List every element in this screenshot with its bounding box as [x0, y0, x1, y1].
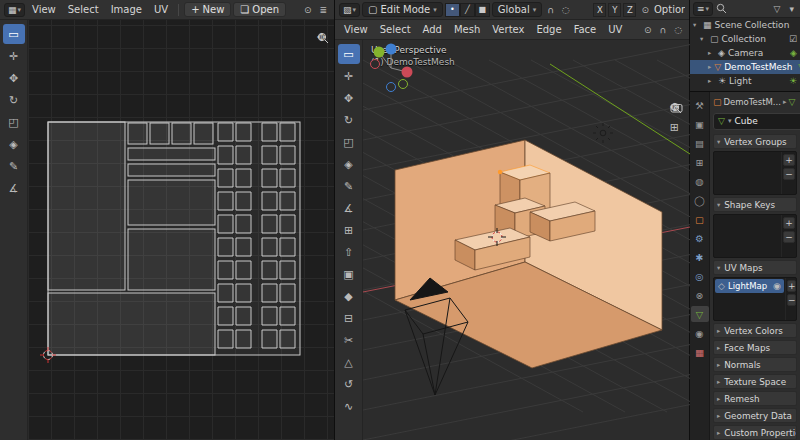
gizmo-z-neg[interactable]	[387, 83, 396, 92]
vp-tool-loop-cut[interactable]: ⊟	[338, 308, 360, 328]
vertex-groups-list[interactable]: + −	[713, 151, 797, 195]
uv-canvas[interactable]: ✥	[28, 20, 334, 440]
panel-header-shape-keys[interactable]: ▾ Shape Keys	[713, 197, 797, 212]
uv-tool-rotate[interactable]: ↻	[3, 90, 25, 110]
properties-tab-render[interactable]: ▣	[691, 116, 709, 132]
light-data-icon[interactable]: ☀	[789, 76, 797, 86]
vp-tool-cursor[interactable]: ✛	[338, 66, 360, 86]
zoom-icon[interactable]	[317, 32, 329, 44]
panel-header-texture-space[interactable]: ▸ Texture Space	[713, 374, 797, 389]
uv-menu-select[interactable]: Select	[63, 3, 104, 16]
face-select-mode-button[interactable]: ■	[475, 3, 490, 17]
display-mode-icon[interactable]: ▾	[786, 4, 797, 14]
gizmo-x-axis[interactable]	[402, 67, 413, 78]
open-image-button[interactable]: ❏ Open	[233, 2, 286, 17]
vp-tool-inset-faces[interactable]: ▣	[338, 264, 360, 284]
uv-tool-select-box[interactable]: ▭	[3, 24, 25, 44]
vp-tool-select-box[interactable]: ▭	[338, 44, 360, 64]
search-icon[interactable]	[716, 3, 727, 14]
remove-uv-map-button[interactable]: −	[787, 294, 797, 306]
options-dropdown[interactable]: Options	[654, 4, 685, 15]
uv-maps-list[interactable]: ◇ LightMap ◉ + −	[713, 277, 797, 321]
snap-magnet-icon[interactable]: ∩	[657, 25, 670, 35]
vp-menu-edge[interactable]: Edge	[531, 23, 566, 36]
snap-magnet-icon[interactable]: ∩	[544, 5, 557, 15]
expand-caret-icon[interactable]: ▾	[700, 35, 707, 43]
camera-render-icon[interactable]: ◉	[773, 281, 781, 291]
add-vertex-group-button[interactable]: +	[783, 154, 795, 166]
editor-type-uv-button[interactable]: ▦ ▾	[4, 3, 25, 17]
uv-islands[interactable]	[48, 122, 300, 355]
uv-tool-annotate[interactable]: ✎	[3, 156, 25, 176]
uv-tool-scale[interactable]: ◰	[3, 112, 25, 132]
panel-header-vertex-groups[interactable]: ▾ Vertex Groups	[713, 134, 797, 149]
vp-menu-mesh[interactable]: Mesh	[449, 23, 485, 36]
uv-menu-uv[interactable]: UV	[149, 3, 173, 16]
outliner-row-light[interactable]: ▸ ☀ Light ☀	[690, 74, 800, 88]
datablock-name-field[interactable]: ▽ ▾	[713, 113, 800, 130]
properties-tab-object-data[interactable]: ▽	[691, 306, 709, 322]
panel-header-custom-properties[interactable]: ▸ Custom Properties	[713, 425, 797, 440]
gizmo-y-neg[interactable]	[399, 80, 408, 89]
add-shape-key-button[interactable]: +	[783, 217, 795, 229]
panel-header-face-maps[interactable]: ▸ Face Maps	[713, 340, 797, 355]
expand-caret-icon[interactable]: ▾	[693, 21, 700, 29]
properties-tab-world[interactable]: ◯	[691, 192, 709, 208]
vp-menu-uv[interactable]: UV	[603, 23, 627, 36]
uv-tool-move[interactable]: ✥	[3, 68, 25, 88]
vp-tool-bevel[interactable]: ◆	[338, 286, 360, 306]
properties-tab-material[interactable]: ◉	[691, 325, 709, 341]
breadcrumb-object[interactable]: DemoTestM...	[724, 97, 781, 107]
outliner-row-demotestmesh[interactable]: ▸ ▽ DemoTestMesh ▽	[690, 60, 800, 74]
orientation-dropdown[interactable]: Global ▾	[492, 2, 542, 17]
properties-tab-texture[interactable]: ▦	[691, 344, 709, 360]
uv-header-menu-icon[interactable]: ≣	[316, 5, 330, 15]
editor-type-outliner-button[interactable]: ≡ ▾	[693, 2, 713, 16]
mirror-y-button[interactable]: Y	[608, 3, 621, 17]
light-object[interactable]	[593, 123, 613, 143]
mirror-x-button[interactable]: X	[593, 3, 606, 17]
orthographic-toggle-icon[interactable]: ⊞	[670, 122, 679, 133]
new-image-button[interactable]: + New	[184, 2, 231, 17]
outliner-row-collection[interactable]: ▾ ▢ Collection ☑	[690, 32, 800, 46]
vp-tool-transform[interactable]: ◈	[338, 154, 360, 174]
vp-menu-add[interactable]: Add	[418, 23, 447, 36]
properties-tab-constraints[interactable]: ⊗	[691, 287, 709, 303]
vp-tool-extrude[interactable]: ⇧	[338, 242, 360, 262]
editor-type-3d-button[interactable]: ▧ ▾	[339, 3, 360, 17]
gizmo-x-neg[interactable]	[371, 60, 380, 69]
navigation-gizmo[interactable]	[363, 40, 419, 96]
panel-header-geometry-data[interactable]: ▸ Geometry Data	[713, 408, 797, 423]
expand-caret-icon[interactable]: ▸	[708, 49, 715, 57]
outliner-row-scene-collection[interactable]: ▾ ▦ Scene Collection	[690, 18, 800, 32]
mesh-name-input[interactable]	[734, 116, 800, 126]
edge-select-mode-button[interactable]: ╱	[460, 3, 475, 17]
vp-tool-spin[interactable]: ↺	[338, 374, 360, 394]
properties-tab-modifiers[interactable]: ⚙	[691, 230, 709, 246]
mode-dropdown[interactable]: ▢ Edit Mode ▾	[362, 2, 443, 17]
panel-header-uv-maps[interactable]: ▾ UV Maps	[713, 260, 797, 275]
vp-tool-poly-build[interactable]: △	[338, 352, 360, 372]
filter-icon[interactable]: ▽	[771, 4, 784, 14]
properties-tab-view-layer[interactable]: ⊞	[691, 154, 709, 170]
vp-tool-scale[interactable]: ◰	[338, 132, 360, 152]
expand-caret-icon[interactable]: ▸	[708, 63, 711, 71]
pivot-point-icon[interactable]: ⊙	[638, 5, 652, 15]
vp-tool-add-cube[interactable]: ⊞	[338, 220, 360, 240]
uv-tool-cursor[interactable]: ✛	[3, 46, 25, 66]
remove-vertex-group-button[interactable]: −	[783, 168, 795, 180]
vp-tool-measure[interactable]: ∡	[338, 198, 360, 218]
uv-menu-image[interactable]: Image	[106, 3, 147, 16]
vp-menu-vertex[interactable]: Vertex	[487, 23, 529, 36]
properties-tab-object[interactable]: ▢	[691, 211, 709, 227]
remove-shape-key-button[interactable]: −	[783, 231, 795, 243]
mirror-z-button[interactable]: Z	[623, 3, 636, 17]
uv-tool-transform[interactable]: ◈	[3, 134, 25, 154]
uv-map-row-lightmap[interactable]: ◇ LightMap ◉	[715, 279, 784, 293]
vp-tool-annotate[interactable]: ✎	[338, 176, 360, 196]
uv-tool-measure[interactable]: ∡	[3, 178, 25, 198]
image-pin-icon[interactable]: ⊙	[301, 5, 315, 15]
expand-caret-icon[interactable]: ▸	[708, 77, 715, 85]
properties-tab-scene[interactable]: ◍	[691, 173, 709, 189]
panel-header-remesh[interactable]: ▸ Remesh	[713, 391, 797, 406]
